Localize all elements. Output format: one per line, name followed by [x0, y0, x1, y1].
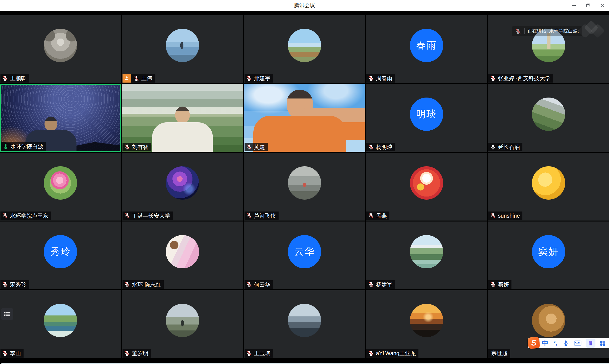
avatar-photo — [410, 304, 443, 337]
participant-name: 杨明琰 — [376, 144, 392, 150]
mic-muted-icon — [246, 281, 252, 287]
avatar-initials-text: 云华 — [294, 245, 315, 258]
close-button[interactable] — [599, 3, 605, 8]
participant-name: 水环学院卢玉东 — [10, 213, 48, 219]
avatar-photo — [288, 304, 321, 337]
name-chip: 何云华 — [245, 280, 273, 289]
participant-tile[interactable]: 王玉琪 — [244, 290, 365, 358]
name-chip: 水环学院白波 — [1, 142, 46, 151]
toolbox-grid-icon — [600, 340, 606, 346]
participant-tile[interactable]: 孟燕 — [366, 153, 487, 221]
participant-name: 王鹏乾 — [10, 75, 26, 81]
mic-muted-icon — [368, 75, 374, 81]
participant-tile[interactable]: 春雨周春雨 — [366, 15, 487, 83]
speaking-banner-text: 正在讲话: 水环学院白波; — [527, 28, 579, 34]
participant-name: aYLWang王亚龙 — [376, 350, 415, 356]
ime-keyboard-button[interactable] — [574, 340, 581, 346]
ime-punctuation-button[interactable]: °, — [553, 340, 557, 346]
participant-tile[interactable]: 水环-陈志红 — [122, 221, 243, 289]
participant-tile[interactable]: 云华何云华 — [244, 221, 365, 289]
participant-tile[interactable]: 水环学院白波 — [0, 84, 121, 152]
mic-muted-icon — [246, 350, 252, 356]
participant-tile[interactable]: 秀玲宋秀玲 — [0, 221, 121, 289]
participant-tile[interactable]: 芦河飞侠 — [244, 153, 365, 221]
participant-tile[interactable]: 明琰杨明琰 — [366, 84, 487, 152]
mic-muted-icon — [2, 213, 8, 219]
participant-name: 孟燕 — [376, 213, 387, 219]
participant-tile[interactable]: 邢建宇 — [244, 15, 365, 83]
mic-on-icon — [490, 144, 496, 150]
name-chip: 王鹏乾 — [0, 74, 29, 83]
person-figure — [244, 84, 365, 152]
name-chip: aYLWang王亚龙 — [366, 349, 418, 358]
participant-tile[interactable]: 延长石油 — [488, 84, 609, 152]
participant-tile[interactable]: 董岁明 — [122, 290, 243, 358]
participant-name: 黄婕 — [254, 144, 265, 150]
participant-tile[interactable]: 丁湛—长安大学 — [122, 153, 243, 221]
participant-tile[interactable]: 黄婕 — [244, 84, 365, 152]
avatar-photo — [166, 166, 199, 200]
name-chip: 丁湛—长安大学 — [123, 211, 173, 220]
name-chip: 黄婕 — [245, 143, 268, 151]
participant-tile[interactable]: 窦妍窦妍 — [488, 221, 609, 289]
layout-list-button[interactable] — [1, 308, 13, 320]
avatar-photo — [410, 166, 443, 200]
participant-name: 王伟 — [141, 75, 152, 81]
participant-name: 刘有智 — [132, 144, 148, 150]
ime-skin-button[interactable] — [586, 339, 596, 348]
ime-toolbox-button[interactable] — [600, 340, 606, 346]
participant-name: 李山 — [10, 350, 21, 356]
participant-tile[interactable]: 水环学院卢玉东 — [0, 153, 121, 221]
avatar-photo — [288, 29, 321, 62]
list-icon — [3, 310, 11, 318]
name-chip: 窦妍 — [488, 280, 511, 289]
self-badge-icon — [123, 74, 131, 83]
participant-tile[interactable]: 杨建军 — [366, 221, 487, 289]
ime-chinese-mode-button[interactable]: 中 — [542, 339, 548, 347]
mic-muted-icon — [124, 213, 130, 219]
mic-muted-icon — [133, 75, 139, 81]
avatar-photo — [532, 304, 565, 337]
mic-on-icon — [3, 143, 9, 149]
restore-button[interactable] — [585, 3, 591, 8]
mic-muted-icon — [246, 144, 252, 150]
name-chip: 延长石油 — [488, 143, 522, 151]
name-chip: 宗世超 — [488, 349, 510, 358]
video-feed — [0, 84, 121, 152]
participant-name: 丁湛—长安大学 — [132, 213, 170, 219]
participant-name: 宗世超 — [491, 350, 508, 356]
minimize-button[interactable] — [571, 3, 577, 8]
mic-muted-icon — [124, 144, 130, 150]
mic-muted-icon — [368, 144, 374, 150]
voice-input-icon — [563, 340, 569, 346]
name-chip: 王伟 — [123, 74, 155, 83]
participant-name: sunshine — [498, 213, 520, 219]
participant-name: 宋秀玲 — [10, 281, 26, 288]
participant-tile[interactable]: sunshine — [488, 153, 609, 221]
window-title: 腾讯会议 — [294, 2, 315, 9]
participant-tile[interactable]: 李山 — [0, 290, 121, 358]
ime-voice-input-button[interactable] — [563, 340, 569, 346]
mic-muted-icon — [368, 281, 374, 287]
participant-tile[interactable]: 刘有智 — [122, 84, 243, 152]
mic-muted-icon — [490, 75, 496, 81]
name-chip: 芦河飞侠 — [245, 211, 279, 220]
participant-name: 水环学院白波 — [11, 143, 43, 149]
avatar-photo — [532, 98, 565, 131]
participant-tile[interactable]: 王鹏乾 — [0, 15, 121, 83]
avatar-initials: 秀玲 — [44, 235, 77, 268]
sogou-logo[interactable]: S — [528, 337, 540, 349]
participant-tile[interactable]: aYLWang王亚龙 — [366, 290, 487, 358]
participant-tile[interactable]: 张亚婷~西安科技大学 — [488, 15, 609, 83]
avatar-initials: 明琰 — [410, 98, 443, 131]
participant-name: 何云华 — [254, 281, 271, 288]
person-figure — [122, 84, 243, 152]
titlebar: 腾讯会议 — [0, 0, 609, 11]
mic-muted-icon — [246, 75, 252, 81]
avatar-initials-text: 秀玲 — [50, 245, 71, 258]
restore-icon — [585, 3, 591, 8]
participant-tile[interactable]: 王伟 — [122, 15, 243, 83]
name-chip: 刘有智 — [123, 143, 151, 151]
participant-name: 窦妍 — [498, 281, 509, 288]
mic-muted-icon — [490, 281, 496, 287]
